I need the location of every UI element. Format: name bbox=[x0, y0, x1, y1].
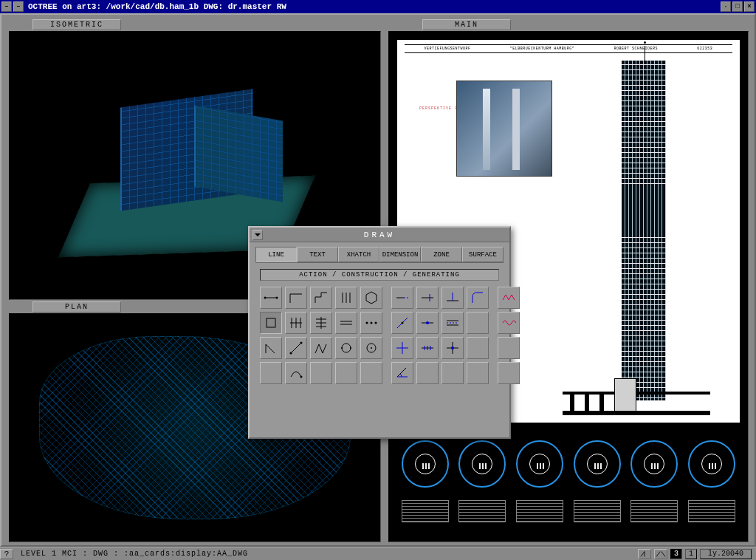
dialog-tabs: LINE TEXT XHATCH DIMENSION ZONE SURFACE bbox=[255, 247, 504, 263]
empty-c5-icon[interactable] bbox=[467, 362, 489, 384]
double-line-icon[interactable] bbox=[335, 312, 357, 334]
tab-surface[interactable]: SURFACE bbox=[462, 247, 504, 262]
status-layer[interactable]: ly.20040 bbox=[700, 549, 752, 559]
maximize-button[interactable]: □ bbox=[732, 1, 743, 12]
circle-center-icon[interactable] bbox=[360, 337, 382, 359]
svg-point-18 bbox=[366, 322, 368, 324]
tab-zone[interactable]: ZONE bbox=[421, 247, 462, 262]
svg-point-2 bbox=[276, 297, 278, 299]
svg-point-51 bbox=[451, 346, 454, 349]
wave-2-icon[interactable] bbox=[498, 312, 520, 334]
svg-point-1 bbox=[264, 297, 267, 299]
svg-point-25 bbox=[341, 347, 343, 349]
empty-4-icon[interactable] bbox=[360, 362, 382, 384]
empty-c1-icon[interactable] bbox=[467, 312, 489, 334]
tool-group-generating bbox=[498, 287, 520, 384]
parallel-lines-icon[interactable] bbox=[335, 287, 357, 309]
pin-1-button[interactable]: – bbox=[1, 1, 12, 12]
hexagon-icon[interactable] bbox=[360, 287, 382, 309]
floor-plan-1 bbox=[402, 440, 449, 488]
tab-plan[interactable]: PLAN bbox=[32, 301, 121, 313]
tab-text[interactable]: TEXT bbox=[297, 247, 338, 262]
angle-ref-icon[interactable] bbox=[391, 362, 413, 384]
arc-pt-icon[interactable] bbox=[285, 362, 307, 384]
svg-point-39 bbox=[426, 321, 429, 324]
bisect-icon[interactable] bbox=[441, 312, 464, 334]
pin-2-button[interactable]: – bbox=[13, 1, 24, 12]
empty-2-icon[interactable] bbox=[310, 362, 332, 384]
empty-c3-icon[interactable] bbox=[416, 362, 439, 384]
tab-dimension[interactable]: DIMENSION bbox=[379, 247, 421, 262]
floor-plan-5 bbox=[630, 440, 678, 488]
svg-point-29 bbox=[300, 376, 303, 378]
close-button[interactable]: × bbox=[744, 1, 755, 12]
window-title: OCTREE on art3: /work/cad/db.ham_1b DWG:… bbox=[28, 2, 721, 11]
status-val-2[interactable]: 1 bbox=[685, 549, 697, 559]
draw-dialog[interactable]: DRAW LINE TEXT XHATCH DIMENSION ZONE SUR… bbox=[248, 226, 511, 439]
sheet-title-row: VERTIEFUNGSENTWURF "ELBBRUECKENTURM HAMB… bbox=[405, 44, 732, 53]
divide-icon[interactable] bbox=[416, 337, 439, 359]
titlebar: – – OCTREE on art3: /work/cad/db.ham_1b … bbox=[0, 0, 756, 13]
line-segment-icon[interactable] bbox=[260, 287, 282, 309]
empty-c4-icon[interactable] bbox=[441, 362, 464, 384]
polyline-open-icon[interactable] bbox=[285, 287, 307, 309]
status-text: LEVEL 1 MCI : DWG : :aa_cards:display:AA… bbox=[16, 550, 638, 558]
svg-rect-7 bbox=[267, 318, 275, 327]
perp-line-icon[interactable] bbox=[441, 287, 464, 309]
svg-point-28 bbox=[371, 347, 372, 349]
floor-plan-4 bbox=[574, 440, 621, 488]
empty-g1-icon[interactable] bbox=[498, 337, 520, 359]
offset-horizontal-icon[interactable] bbox=[310, 312, 332, 334]
midpoint-icon[interactable] bbox=[416, 312, 439, 334]
diagonal-icon[interactable] bbox=[285, 337, 307, 359]
polyline-step-icon[interactable] bbox=[310, 287, 332, 309]
dialog-title[interactable]: DRAW bbox=[250, 228, 509, 242]
empty-3-icon[interactable] bbox=[335, 362, 357, 384]
angle-line-icon[interactable] bbox=[260, 337, 282, 359]
svg-point-24 bbox=[342, 344, 351, 352]
wave-1-icon[interactable] bbox=[498, 287, 520, 309]
perspective-render bbox=[456, 81, 552, 177]
snap-1-icon[interactable] bbox=[638, 549, 651, 559]
cross-icon[interactable] bbox=[391, 337, 413, 359]
svg-point-23 bbox=[300, 342, 303, 344]
floor-plan-6 bbox=[688, 440, 735, 488]
main-frame: ISOMETRIC PLAN MAIN VERTIEFUNGSENTWURF "… bbox=[0, 13, 756, 547]
tool-group-action bbox=[260, 287, 382, 384]
trim-line-icon[interactable] bbox=[391, 287, 413, 309]
tab-main[interactable]: MAIN bbox=[422, 19, 511, 30]
help-button[interactable]: ? bbox=[0, 549, 13, 559]
svg-marker-6 bbox=[366, 292, 377, 304]
svg-point-37 bbox=[402, 322, 404, 324]
empty-c2-icon[interactable] bbox=[467, 337, 489, 359]
tab-line[interactable]: LINE bbox=[255, 247, 297, 262]
floor-plan-2 bbox=[458, 440, 506, 488]
tower-base bbox=[563, 363, 710, 415]
tab-xhatch[interactable]: XHATCH bbox=[338, 247, 379, 262]
fillet-icon[interactable] bbox=[467, 287, 489, 309]
svg-point-26 bbox=[350, 347, 351, 349]
section-label: ACTION / CONSTRUCTION / GENERATING bbox=[260, 269, 499, 281]
svg-point-20 bbox=[375, 322, 377, 324]
empty-g2-icon[interactable] bbox=[498, 362, 520, 384]
minimize-button[interactable]: · bbox=[721, 1, 731, 12]
zigzag-icon[interactable] bbox=[310, 337, 332, 359]
rectangle-icon[interactable] bbox=[260, 312, 282, 334]
floor-plan-row bbox=[396, 431, 740, 534]
tab-isometric[interactable]: ISOMETRIC bbox=[32, 19, 121, 30]
extend-line-icon[interactable] bbox=[416, 287, 439, 309]
dot-line-icon[interactable] bbox=[360, 312, 382, 334]
offset-vertical-icon[interactable] bbox=[285, 312, 307, 334]
tangent-diag-icon[interactable] bbox=[391, 312, 413, 334]
status-val-1[interactable]: 3 bbox=[670, 549, 682, 559]
floor-plan-3 bbox=[516, 440, 563, 488]
tower-elevation bbox=[622, 61, 666, 400]
svg-point-22 bbox=[290, 352, 292, 355]
intersect-icon[interactable] bbox=[441, 337, 464, 359]
empty-1-icon[interactable] bbox=[260, 362, 282, 384]
dialog-menu-icon[interactable] bbox=[252, 230, 263, 240]
svg-point-19 bbox=[371, 322, 373, 324]
tool-group-construction bbox=[391, 287, 489, 384]
circle-2pt-icon[interactable] bbox=[335, 337, 357, 359]
snap-2-icon[interactable] bbox=[654, 549, 667, 559]
